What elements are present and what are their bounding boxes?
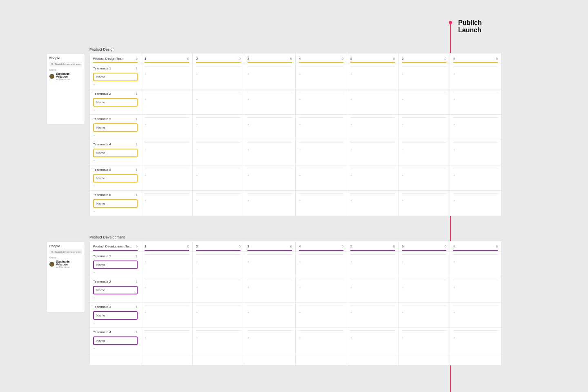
- add-card-button[interactable]: +: [350, 311, 352, 314]
- grid-cell[interactable]: +: [347, 89, 399, 115]
- add-card-button[interactable]: +: [453, 311, 455, 314]
- grid-cell[interactable]: +: [244, 328, 296, 353]
- add-card-button[interactable]: +: [247, 260, 249, 264]
- add-card-button[interactable]: +: [247, 199, 249, 203]
- grid-cell[interactable]: +: [141, 328, 193, 353]
- add-card-button[interactable]: +: [90, 183, 141, 190]
- add-card-button[interactable]: +: [350, 148, 352, 152]
- people-search[interactable]: [49, 62, 82, 67]
- add-card-button[interactable]: +: [402, 72, 404, 76]
- grid-cell[interactable]: +: [450, 89, 501, 115]
- grid-cell[interactable]: +: [450, 140, 501, 165]
- grid-cell[interactable]: +: [141, 115, 193, 140]
- grid-cell[interactable]: +: [141, 252, 193, 277]
- add-card-button[interactable]: +: [145, 285, 147, 289]
- grid-cell[interactable]: +: [193, 277, 244, 303]
- grid-cell[interactable]: +: [296, 252, 347, 277]
- add-card-button[interactable]: +: [196, 174, 198, 177]
- add-card-button[interactable]: +: [90, 345, 141, 353]
- add-card-button[interactable]: +: [299, 285, 301, 289]
- name-card[interactable]: Name: [93, 123, 138, 132]
- grid-cell[interactable]: +: [399, 165, 450, 191]
- add-card-button[interactable]: +: [402, 199, 404, 203]
- user-row[interactable]: Stephanie Valarose svr@demo.com: [49, 260, 82, 268]
- add-card-button[interactable]: +: [402, 260, 404, 264]
- add-card-button[interactable]: +: [196, 98, 198, 101]
- grid-cell[interactable]: +: [399, 115, 450, 140]
- grid-cell[interactable]: [450, 353, 501, 365]
- name-card[interactable]: Name: [93, 98, 138, 107]
- add-card-button[interactable]: +: [453, 148, 455, 152]
- add-card-button[interactable]: +: [247, 148, 249, 152]
- add-card-button[interactable]: +: [453, 285, 455, 289]
- grid-cell[interactable]: +: [450, 328, 501, 353]
- add-card-button[interactable]: +: [350, 98, 352, 101]
- name-card[interactable]: Name: [93, 199, 138, 208]
- add-card-button[interactable]: +: [350, 199, 352, 203]
- grid-cell[interactable]: +: [296, 191, 347, 216]
- grid-cell[interactable]: [244, 353, 296, 365]
- grid-cell[interactable]: +: [347, 252, 399, 277]
- add-card-button[interactable]: +: [196, 260, 198, 264]
- grid-cell[interactable]: +: [296, 140, 347, 165]
- add-card-button[interactable]: +: [350, 72, 352, 76]
- grid-cell[interactable]: +: [399, 64, 450, 89]
- grid-cell[interactable]: +: [244, 115, 296, 140]
- grid-cell[interactable]: +: [193, 89, 244, 115]
- grid-cell[interactable]: +: [244, 64, 296, 89]
- add-card-button[interactable]: +: [196, 311, 198, 314]
- grid-cell[interactable]: +: [450, 252, 501, 277]
- grid-cell[interactable]: +: [193, 252, 244, 277]
- user-row[interactable]: Stephanie Valarose svr@demo.com: [49, 72, 82, 80]
- grid-cell[interactable]: +: [141, 140, 193, 165]
- grid-cell[interactable]: +: [193, 64, 244, 89]
- add-card-button[interactable]: +: [299, 199, 301, 203]
- add-card-button[interactable]: +: [145, 98, 147, 101]
- grid-cell[interactable]: +: [450, 64, 501, 89]
- add-card-button[interactable]: +: [299, 148, 301, 152]
- name-card[interactable]: Name: [93, 286, 138, 294]
- add-card-button[interactable]: +: [453, 174, 455, 177]
- grid-cell[interactable]: +: [296, 165, 347, 191]
- grid-cell[interactable]: +: [296, 303, 347, 328]
- grid-cell[interactable]: +: [244, 191, 296, 216]
- add-card-button[interactable]: +: [247, 123, 249, 127]
- add-card-button[interactable]: +: [402, 174, 404, 177]
- add-card-button[interactable]: +: [350, 174, 352, 177]
- add-card-button[interactable]: +: [145, 72, 147, 76]
- add-card-button[interactable]: +: [145, 199, 147, 203]
- name-card[interactable]: Name: [93, 311, 138, 320]
- add-card-button[interactable]: +: [402, 123, 404, 127]
- add-card-button[interactable]: +: [90, 157, 141, 165]
- add-card-button[interactable]: +: [402, 285, 404, 289]
- add-card-button[interactable]: +: [350, 260, 352, 264]
- grid-cell[interactable]: +: [347, 115, 399, 140]
- grid-cell[interactable]: +: [141, 165, 193, 191]
- add-card-button[interactable]: +: [90, 320, 141, 327]
- add-card-button[interactable]: +: [350, 336, 352, 340]
- add-card-button[interactable]: +: [402, 311, 404, 314]
- name-card[interactable]: Name: [93, 174, 138, 183]
- name-card[interactable]: Name: [93, 149, 138, 157]
- grid-cell[interactable]: [347, 353, 399, 365]
- grid-cell[interactable]: [193, 353, 244, 365]
- grid-cell[interactable]: +: [347, 277, 399, 303]
- grid-cell[interactable]: +: [450, 115, 501, 140]
- people-search[interactable]: [49, 249, 82, 254]
- add-card-button[interactable]: +: [145, 260, 147, 264]
- add-card-button[interactable]: +: [196, 148, 198, 152]
- add-card-button[interactable]: +: [299, 260, 301, 264]
- add-card-button[interactable]: +: [247, 98, 249, 101]
- add-card-button[interactable]: +: [453, 260, 455, 264]
- grid-cell[interactable]: +: [399, 89, 450, 115]
- grid-cell[interactable]: +: [193, 191, 244, 216]
- grid-cell[interactable]: +: [141, 64, 193, 89]
- grid-cell[interactable]: [296, 353, 347, 365]
- grid-cell[interactable]: +: [347, 64, 399, 89]
- add-card-button[interactable]: +: [402, 98, 404, 101]
- add-card-button[interactable]: +: [196, 336, 198, 340]
- grid-cell[interactable]: +: [141, 277, 193, 303]
- grid-cell[interactable]: +: [450, 303, 501, 328]
- grid-cell[interactable]: +: [296, 115, 347, 140]
- add-card-button[interactable]: +: [299, 336, 301, 340]
